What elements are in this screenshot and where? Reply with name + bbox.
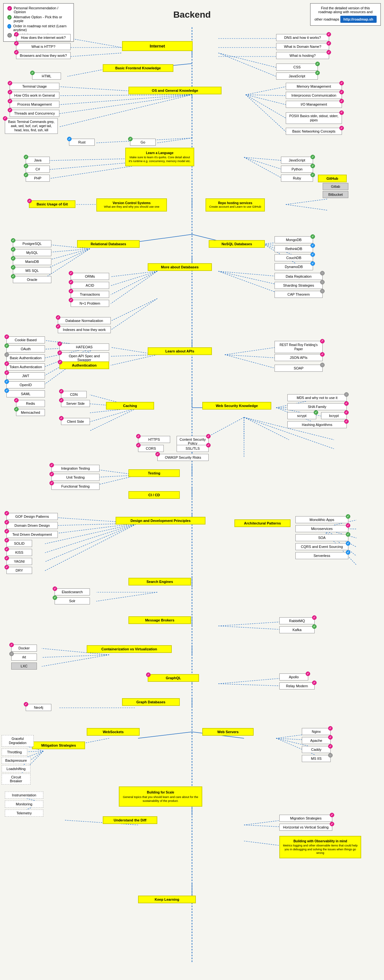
node-how-internet-works: ✓ How does the internet work? [16,34,71,41]
node-sharding: · Sharding Strategies [274,282,323,289]
node-understand-diff: Understand the Diff [103,816,157,824]
node-n1-problem: ✓ N+1 Problem [71,300,109,307]
svg-line-101 [45,523,138,571]
svg-line-31 [244,157,282,170]
node-keep-learning: Keep Learning [138,896,196,903]
node-web-security: Web Security Knowledge [202,402,271,410]
node-memory-management: ✓ Memory Management [286,83,342,90]
node-message-brokers: Message Brokers [128,616,191,624]
node-hateoas: ✓ HATEOAS [59,344,109,350]
node-memcached: ✓ Memcached [16,409,45,416]
legend-icon-pink [7,6,12,11]
node-scrypt: ✓ scrypt [287,412,316,419]
node-indexes: ✓ Indexes and how they work [58,326,111,333]
svg-line-32 [244,157,282,178]
svg-line-97 [45,523,138,535]
node-throttling: Throttling [2,749,27,756]
node-basic-terminal: ✓ Basic Terminal Commands grep, awk, sed… [5,118,58,134]
node-graphql: ✓ GraphQL [148,674,199,682]
svg-line-57 [111,299,157,321]
node-github: GitHub [318,175,347,182]
svg-line-86 [244,417,334,440]
node-lxc: LXC [11,663,37,670]
node-postgresql: ✓ PostgreSQL [13,240,51,247]
node-hashing-algos: ✓ Hashing Algorithms [287,421,347,428]
legend-icon-gray [7,33,12,38]
node-mysql: ✓ MySQL [13,249,51,256]
svg-line-25 [157,138,192,143]
node-solr: ✓ Solr [54,597,90,605]
svg-line-5 [71,53,122,57]
node-acid: ✓ ACID [71,282,109,289]
node-mariodb: ✓ MarioDB [13,258,51,265]
node-solid: ✓ SOLID [6,540,32,547]
svg-line-62 [111,355,157,365]
node-yagni: ✓ YAGNI [6,558,32,565]
node-hosting: ✓ What is hosting? [276,52,329,59]
legend-icon-blue [7,24,11,29]
node-testing: Testing [128,469,180,477]
svg-line-20 [245,95,286,95]
node-rust: ✓ Rust [69,139,95,146]
node-serverless: ✓ Serverless [295,552,348,559]
node-apache: ✓ Apache [302,737,331,744]
node-terminal-usage: ✓ Terminal Usage [10,83,59,90]
node-cdn: ✓ CDN [61,391,87,398]
node-cap-theorem: · CAP Theorem [274,291,323,298]
node-data-replication: · Data Replication [274,273,323,280]
node-authentication-api: ✓ Authentication [59,361,109,369]
node-integration-testing: ✓ Integration Testing [51,465,100,472]
node-domain-name: ✓ What is Domain Name? [276,43,329,50]
node-bitbucket: Bitbucket [323,191,348,198]
node-arch-patterns: Architectural Patterns [234,519,290,527]
svg-line-51 [111,271,157,286]
roadmap-url-button[interactable]: http://roadmap.sh [340,16,377,23]
svg-line-63 [225,347,276,355]
node-caddy: ✓ Caddy [302,746,331,753]
node-ruby: ✓ Ruby [281,175,313,182]
node-elasticsearch: ✓ Elasticsearch [54,589,90,595]
node-rkt: · rkt [11,654,37,660]
svg-line-17 [59,95,192,114]
node-ddd: ✓ Domain Driven Design [6,522,58,529]
svg-line-3 [71,38,122,48]
node-transactions: ✓ Transactions [71,291,109,298]
svg-line-53 [111,271,157,304]
node-rethinkdb: ✓ RethinkDB [274,245,313,252]
node-learn-apis: Learn about APIs [148,347,212,355]
node-loadshifting: Loadshifting [2,765,30,772]
node-basic-frontend: Basic Frontend Knowledge [103,64,174,72]
node-ms-iis: · MS IIS [302,755,331,762]
node-circuit-breaker: Circuit Breaker [2,773,30,784]
node-cookie-based: ✓ Cookie Based [6,336,45,344]
node-bcrypt: ✓ bcrypt [321,412,347,419]
node-server-side: ✓ Server Side [61,400,90,407]
node-nosql-db: NoSQL Databases [209,240,265,248]
node-learn-language: Learn a Language Make sure to learn it's… [125,148,194,166]
node-design-principles: Design and Development Principles [116,517,206,525]
node-oauth: ✓ OAuth [6,345,45,352]
node-html: ✓ HTML [32,73,61,80]
node-caching: Caching [106,402,154,410]
svg-line-107 [321,528,356,556]
svg-line-56 [218,271,282,295]
node-gof: ✓ GOF Design Patterns [6,513,58,520]
node-monitoring: Monitoring [5,800,43,808]
node-cqrs: ✓ CQRS and Event Sourcing [295,543,348,550]
svg-line-100 [45,523,138,562]
node-graph-db: Graph Databases [122,698,180,706]
legend-item-personal: Personal Recommendation / Opinion [7,6,70,14]
svg-line-54 [218,271,282,277]
node-cicd: CI / CD [128,491,180,499]
svg-line-9 [218,53,276,67]
node-nginx: ✓ Nginx [302,728,331,735]
svg-line-10 [218,53,276,76]
svg-line-19 [245,87,286,95]
node-javascript-lang: ✓ JavaScript [281,157,313,164]
node-backpressure: Backpressure [2,757,30,764]
node-oracle: ✓ Oracle [13,276,51,283]
node-redis: ✓ Redis [16,400,45,407]
node-kafka: ✓ Kafka [279,626,315,633]
node-dns: ✓ DNS and how it works? [276,34,329,41]
node-migration-strategies: ✓ Migration Strategies [279,815,332,822]
